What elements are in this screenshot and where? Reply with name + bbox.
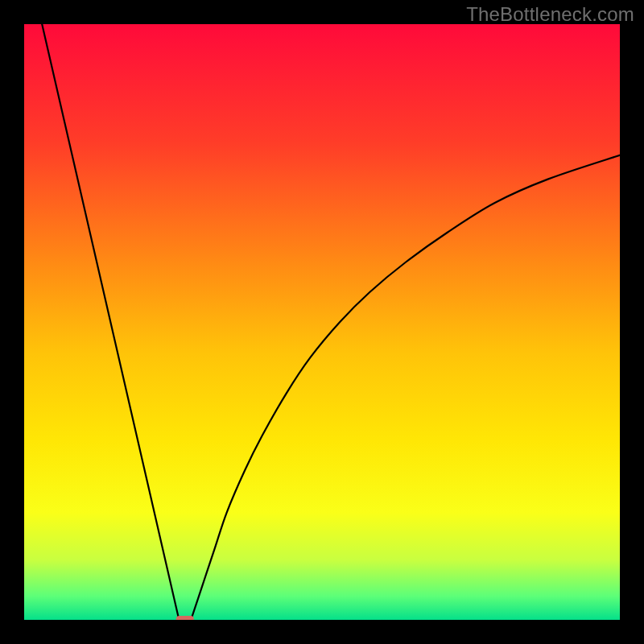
chart-frame: TheBottleneck.com [0,0,644,644]
minimum-marker [176,616,194,620]
plot-area [24,24,620,620]
gradient-background [24,24,620,620]
watermark-text: TheBottleneck.com [466,3,634,26]
chart-svg [24,24,620,620]
